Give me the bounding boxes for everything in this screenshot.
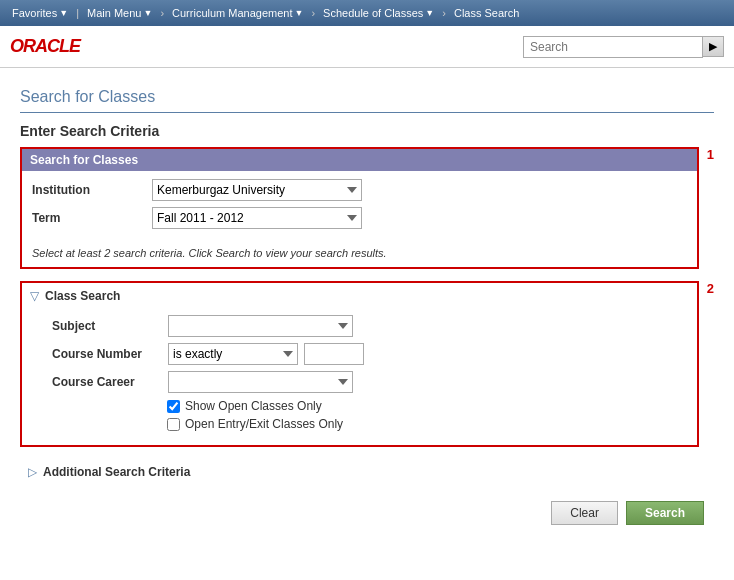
search-for-classes-body: Institution Kemerburgaz University Term … xyxy=(22,171,697,243)
institution-row: Institution Kemerburgaz University xyxy=(32,179,687,201)
course-career-row: Course Career xyxy=(52,371,677,393)
subject-row: Subject xyxy=(52,315,677,337)
nav-sep-3: › xyxy=(309,7,317,19)
class-search-title: Class Search xyxy=(45,289,120,303)
curriculum-arrow-icon: ▼ xyxy=(294,8,303,18)
search-for-classes-header: Search for Classes xyxy=(22,149,697,171)
course-career-label: Course Career xyxy=(52,375,162,389)
nav-curriculum-management[interactable]: Curriculum Management ▼ xyxy=(166,7,309,19)
class-search-collapse-icon[interactable]: ▽ xyxy=(30,289,39,303)
global-search-container: ▶ xyxy=(523,36,724,58)
page-title: Search for Classes xyxy=(20,78,714,113)
global-search-input[interactable] xyxy=(523,36,703,58)
show-open-classes-checkbox[interactable] xyxy=(167,400,180,413)
open-entry-exit-row: Open Entry/Exit Classes Only xyxy=(52,417,677,431)
term-label: Term xyxy=(32,211,152,225)
enter-criteria-title: Enter Search Criteria xyxy=(20,123,714,139)
clear-button[interactable]: Clear xyxy=(551,501,618,525)
open-entry-exit-label: Open Entry/Exit Classes Only xyxy=(185,417,343,431)
show-open-classes-row: Show Open Classes Only xyxy=(52,399,677,413)
course-number-row: Course Number is exactly xyxy=(52,343,677,365)
class-search-header[interactable]: ▽ Class Search xyxy=(22,283,697,309)
top-navigation: Favorites ▼ | Main Menu ▼ › Curriculum M… xyxy=(0,0,734,26)
button-row: Clear Search xyxy=(20,501,714,525)
term-select[interactable]: Fall 2011 - 2012 xyxy=(152,207,362,229)
search-for-classes-section: Search for Classes Institution Kemerburg… xyxy=(20,147,699,269)
hint-text: Select at least 2 search criteria. Click… xyxy=(22,243,697,267)
additional-search-title: Additional Search Criteria xyxy=(43,465,190,479)
main-content: Search for Classes Enter Search Criteria… xyxy=(0,68,734,580)
main-menu-arrow-icon: ▼ xyxy=(143,8,152,18)
additional-search-expand-icon[interactable]: ▷ xyxy=(28,465,37,479)
annotation-1: 1 xyxy=(707,147,714,162)
class-search-body: Subject Course Number is exactly Course … xyxy=(22,309,697,445)
favorites-arrow-icon: ▼ xyxy=(59,8,68,18)
header-bar: ORACLE ▶ xyxy=(0,26,734,68)
nav-sep-4: › xyxy=(440,7,448,19)
course-number-input[interactable] xyxy=(304,343,364,365)
class-search-section: ▽ Class Search Subject Course Number is … xyxy=(20,281,699,447)
nav-class-search[interactable]: Class Search xyxy=(448,7,525,19)
course-number-label: Course Number xyxy=(52,347,162,361)
subject-label: Subject xyxy=(52,319,162,333)
term-row: Term Fall 2011 - 2012 xyxy=(32,207,687,229)
nav-favorites[interactable]: Favorites ▼ xyxy=(6,7,74,19)
schedule-arrow-icon: ▼ xyxy=(425,8,434,18)
course-number-condition-select[interactable]: is exactly xyxy=(168,343,298,365)
nav-sep-1: | xyxy=(74,7,81,19)
global-search-button[interactable]: ▶ xyxy=(703,36,724,57)
nav-sep-2: › xyxy=(158,7,166,19)
nav-schedule-of-classes[interactable]: Schedule of Classes ▼ xyxy=(317,7,440,19)
course-career-select[interactable] xyxy=(168,371,353,393)
annotation-2: 2 xyxy=(707,281,714,296)
oracle-logo: ORACLE xyxy=(10,36,80,57)
subject-select[interactable] xyxy=(168,315,353,337)
institution-select[interactable]: Kemerburgaz University xyxy=(152,179,362,201)
additional-search-section[interactable]: ▷ Additional Search Criteria xyxy=(20,459,714,485)
search-button[interactable]: Search xyxy=(626,501,704,525)
open-entry-exit-checkbox[interactable] xyxy=(167,418,180,431)
nav-main-menu[interactable]: Main Menu ▼ xyxy=(81,7,158,19)
institution-label: Institution xyxy=(32,183,152,197)
show-open-classes-label: Show Open Classes Only xyxy=(185,399,322,413)
